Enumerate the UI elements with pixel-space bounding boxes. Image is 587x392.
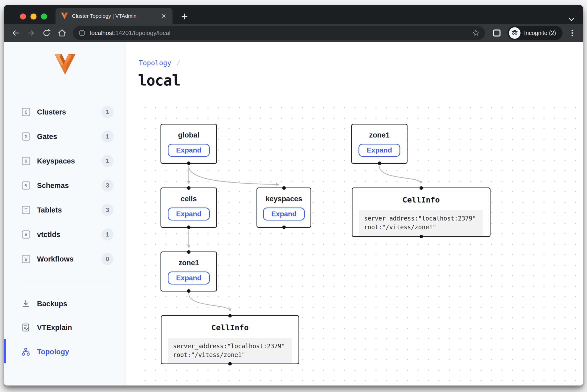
url-host: localhost [90, 30, 114, 36]
cellinfo-title: CellInfo [352, 195, 490, 204]
desktop-background: Cluster Topology | VTAdmin [0, 0, 587, 392]
gates-icon: G [22, 132, 30, 140]
minimize-window-button[interactable] [30, 14, 36, 20]
window-content: C Clusters 1 G Gates 1 K Keyspaces 1 S S… [4, 42, 583, 386]
count-badge: 1 [102, 228, 114, 240]
reload-icon[interactable] [42, 28, 51, 38]
code-line: root:"/vitess/zone1" [173, 351, 287, 360]
breadcrumb: Topology/ [139, 59, 180, 67]
sidebar-item-schemas[interactable]: S Schemas 3 [4, 178, 125, 194]
incognito-label: Incognito (2) [524, 30, 556, 36]
main-content: Topology/ local [126, 42, 583, 386]
code-line: root:"/vitess/zone1" [364, 223, 478, 232]
sidebar-item-vtexplain[interactable]: VTExplain [4, 320, 125, 336]
close-window-button[interactable] [20, 14, 26, 20]
sidebar-item-workflows[interactable]: W Workflows 0 [4, 251, 125, 267]
incognito-badge[interactable]: Incognito (2) [508, 26, 562, 40]
node-handle [187, 289, 190, 293]
node-label: cells [181, 195, 197, 203]
count-badge: 1 [102, 155, 114, 167]
node-zone1-right[interactable]: zone1 Expand [351, 124, 408, 164]
url-bar[interactable]: localhost:14201/topology/local [73, 26, 485, 40]
node-handle [187, 250, 190, 254]
graph-canvas[interactable]: global Expand cells Expand keysp [137, 104, 582, 385]
expand-button[interactable]: Expand [168, 208, 210, 220]
node-label: keyspaces [266, 195, 302, 203]
home-icon[interactable] [58, 28, 66, 38]
url-text: localhost:14201/topology/local [90, 30, 468, 36]
node-handle [187, 226, 190, 229]
count-badge: 1 [102, 130, 114, 142]
sidebar-divider [18, 281, 114, 281]
node-handle [282, 186, 286, 190]
maximize-window-button[interactable] [41, 14, 47, 20]
node-cellinfo-right[interactable]: CellInfo server_address:"localhost:2379"… [352, 188, 490, 237]
url-path: :14201/topology/local [114, 30, 170, 36]
breadcrumb-separator: / [176, 59, 180, 67]
sidebar-item-gates[interactable]: G Gates 1 [4, 128, 125, 144]
node-handle [228, 362, 232, 366]
forward-icon[interactable] [26, 28, 36, 38]
node-handle [420, 235, 423, 238]
sidebar: C Clusters 1 G Gates 1 K Keyspaces 1 S S… [4, 42, 126, 386]
cellinfo-title: CellInfo [162, 323, 298, 332]
breadcrumb-topology-link[interactable]: Topology [139, 59, 171, 67]
menu-icon[interactable] [568, 29, 576, 37]
sidebar-item-vtctlds[interactable]: V vtctlds 1 [4, 226, 125, 242]
sidebar-item-tablets[interactable]: T Tablets 3 [4, 202, 125, 218]
browser-window: Cluster Topology | VTAdmin [4, 5, 583, 386]
sidebar-item-clusters[interactable]: C Clusters 1 [4, 104, 125, 120]
count-badge: 0 [102, 253, 114, 265]
tablets-icon: T [22, 206, 30, 214]
sidebar-item-topology[interactable]: Topology [4, 344, 125, 360]
node-handle [187, 186, 190, 190]
node-global[interactable]: global Expand [160, 124, 217, 164]
expand-button[interactable]: Expand [168, 272, 210, 284]
cellinfo-code: server_address:"localhost:2379" root:"/v… [359, 210, 483, 236]
vtctlds-icon: V [22, 230, 30, 238]
expand-button[interactable]: Expand [358, 144, 400, 157]
topology-icon [22, 348, 30, 356]
workflows-icon: W [22, 255, 30, 263]
node-keyspaces[interactable]: keyspaces Expand [256, 188, 311, 228]
site-info-icon[interactable] [78, 30, 86, 36]
backups-icon [22, 300, 30, 308]
sidebar-item-backups[interactable]: Backups [4, 296, 125, 312]
chevron-down-icon[interactable] [568, 17, 576, 22]
vitess-logo [54, 54, 76, 75]
bookmark-star-icon[interactable] [472, 29, 480, 37]
sidebar-item-keyspaces[interactable]: K Keyspaces 1 [4, 153, 125, 169]
vtexplain-icon [22, 323, 30, 332]
close-tab-icon[interactable] [160, 13, 167, 19]
new-tab-button[interactable] [180, 12, 188, 20]
node-label: global [178, 131, 199, 139]
expand-button[interactable]: Expand [263, 208, 305, 220]
incognito-icon [509, 27, 520, 39]
page-title: local [138, 72, 180, 89]
node-label: zone1 [178, 259, 199, 267]
count-badge: 3 [102, 180, 114, 192]
keyspaces-icon: K [22, 157, 30, 165]
code-line: server_address:"localhost:2379" [173, 342, 287, 351]
vitess-favicon-icon [61, 12, 68, 20]
active-nav-indicator [4, 339, 6, 363]
schemas-icon: S [22, 182, 30, 190]
node-handle [378, 162, 381, 165]
clusters-icon: C [22, 108, 30, 116]
tab-strip: Cluster Topology | VTAdmin [4, 5, 583, 24]
node-handle [282, 226, 286, 229]
back-icon[interactable] [11, 28, 20, 38]
node-cellinfo[interactable]: CellInfo server_address:"localhost:2379"… [161, 315, 299, 364]
node-handle [187, 162, 190, 165]
browser-tab[interactable]: Cluster Topology | VTAdmin [56, 8, 172, 24]
toolbar: localhost:14201/topology/local [4, 24, 583, 42]
side-panel-icon[interactable] [492, 29, 501, 37]
expand-button[interactable]: Expand [168, 144, 210, 157]
node-zone1[interactable]: zone1 Expand [160, 252, 217, 292]
cellinfo-code: server_address:"localhost:2379" root:"/v… [168, 338, 292, 364]
count-badge: 1 [102, 106, 114, 118]
tab-title: Cluster Topology | VTAdmin [72, 13, 158, 19]
node-cells[interactable]: cells Expand [160, 188, 217, 228]
node-handle [420, 186, 423, 190]
count-badge: 3 [102, 204, 114, 216]
